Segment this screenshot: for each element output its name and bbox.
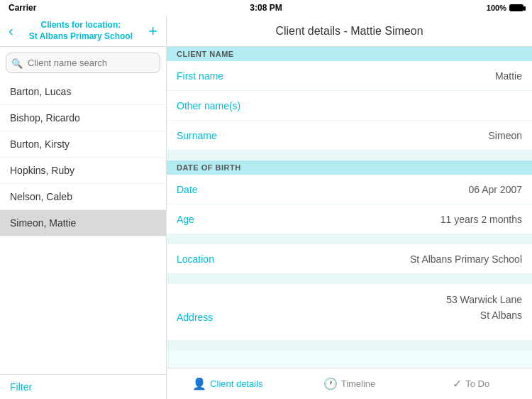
surname-value: Simeon	[489, 130, 522, 141]
location-row: Location St Albans Primary School	[167, 244, 532, 274]
clock-icon: 🕐	[323, 377, 338, 390]
battery-icon	[509, 4, 523, 11]
sidebar-title-area: Clients for location: St Albans Primary …	[16, 20, 145, 42]
check-icon: ✓	[453, 377, 462, 390]
dob-date-value: 06 Apr 2007	[468, 184, 522, 195]
sidebar: ‹ Clients for location: St Albans Primar…	[0, 16, 167, 399]
back-button[interactable]: ‹	[6, 23, 16, 39]
dob-section-header: DATE OF BIRTH	[167, 160, 532, 175]
sidebar-footer: Filter	[0, 374, 166, 399]
sidebar-title-line1: Clients for location:	[41, 20, 121, 31]
client-list-item[interactable]: Barton, Lucas	[0, 79, 166, 105]
first-name-row: First name Mattie	[167, 61, 532, 91]
client-list-item[interactable]: Simeon, Mattie	[0, 210, 166, 236]
client-list-item[interactable]: Burton, Kirsty	[0, 131, 166, 158]
gap-4	[167, 341, 532, 351]
dob-age-row: Age 11 years 2 months	[167, 204, 532, 234]
gap-2	[167, 234, 532, 244]
page-title: Client details - Mattie Simeon	[275, 25, 423, 38]
tab-todo-label: To Do	[465, 378, 489, 389]
tab-todo[interactable]: ✓ To Do	[410, 368, 532, 399]
surname-label: Surname	[177, 130, 217, 141]
tab-client-details[interactable]: 👤 Client details	[167, 368, 289, 399]
other-names-row: Other name(s)	[167, 91, 532, 121]
main-header: Client details - Mattie Simeon	[167, 16, 532, 47]
address-value: 53 Warwick Lane St Albans	[213, 292, 522, 324]
dob-date-row: Date 06 Apr 2007	[167, 175, 532, 204]
app-container: ‹ Clients for location: St Albans Primar…	[0, 16, 532, 399]
filter-button[interactable]: Filter	[10, 381, 32, 393]
dob-date-label: Date	[177, 184, 198, 195]
battery-label: 100%	[487, 4, 506, 12]
search-icon: 🔍	[11, 58, 23, 68]
search-box: 🔍	[6, 53, 160, 73]
gap-1	[167, 151, 532, 160]
tab-bar: 👤 Client details 🕐 Timeline ✓ To Do	[167, 368, 532, 399]
tab-timeline[interactable]: 🕐 Timeline	[289, 368, 411, 399]
gap-3	[167, 274, 532, 284]
client-list-item[interactable]: Nelson, Caleb	[0, 184, 166, 210]
address-label: Address	[177, 312, 213, 323]
location-label: Location	[177, 253, 214, 265]
tab-timeline-label: Timeline	[341, 378, 376, 389]
dob-age-value: 11 years 2 months	[440, 214, 522, 225]
client-name-section-header: CLIENT NAME	[167, 47, 532, 61]
dob-age-label: Age	[177, 214, 194, 225]
client-list-item[interactable]: Hopkins, Ruby	[0, 158, 166, 184]
address-row: Address 53 Warwick Lane St Albans	[167, 284, 532, 341]
sidebar-header: ‹ Clients for location: St Albans Primar…	[0, 16, 166, 47]
first-name-label: First name	[177, 70, 223, 82]
time-label: 3:08 PM	[250, 3, 282, 13]
client-list-item[interactable]: Bishop, Ricardo	[0, 105, 166, 131]
other-names-label: Other name(s)	[177, 100, 240, 111]
add-client-button[interactable]: +	[145, 22, 160, 40]
location-value: St Albans Primary School	[410, 253, 522, 265]
status-right: 100%	[487, 4, 523, 12]
first-name-value: Mattie	[495, 70, 522, 82]
detail-area: CLIENT NAME First name Mattie Other name…	[167, 47, 532, 368]
main-content: Client details - Mattie Simeon CLIENT NA…	[167, 16, 532, 399]
client-list: Barton, LucasBishop, RicardoBurton, Kirs…	[0, 79, 166, 374]
address-line2: St Albans	[213, 307, 522, 323]
tab-client-details-label: Client details	[210, 378, 262, 389]
status-bar: Carrier 3:08 PM 100%	[0, 0, 532, 16]
surname-row: Surname Simeon	[167, 121, 532, 151]
carrier-label: Carrier	[9, 3, 36, 13]
person-icon: 👤	[192, 377, 206, 390]
sidebar-title-line2: St Albans Primary School	[29, 31, 133, 43]
search-input[interactable]	[6, 53, 160, 73]
address-line1: 53 Warwick Lane	[213, 292, 522, 307]
